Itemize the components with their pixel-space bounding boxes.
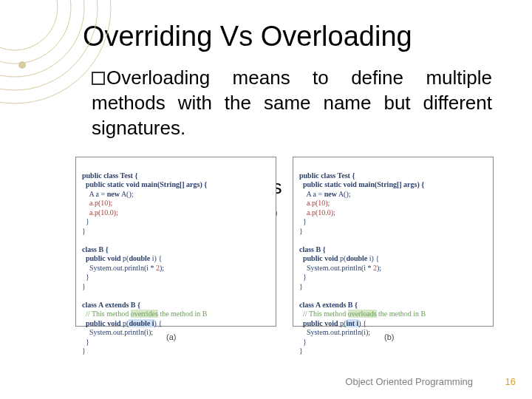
slide-title: Overriding Vs Overloading	[0, 0, 532, 60]
footer-text: Object Oriented Programming	[345, 376, 473, 387]
bullet-square-icon	[92, 72, 105, 85]
slide-number: 16	[505, 376, 516, 387]
body-text: Overloading means to define multiple met…	[0, 60, 532, 140]
bullet1-prefix: Overloading	[106, 66, 210, 89]
caption-a: (a)	[166, 332, 176, 341]
param-highlight-b: int i	[346, 319, 358, 327]
code-figure-b: public class Test { public static void m…	[293, 157, 494, 327]
overrides-highlight: overrides	[131, 310, 158, 318]
code-figure-a: public class Test { public static void m…	[75, 157, 276, 327]
caption-b: (b)	[384, 332, 394, 341]
overloads-highlight: overloads	[348, 310, 377, 318]
param-highlight-a: double i	[129, 319, 154, 327]
